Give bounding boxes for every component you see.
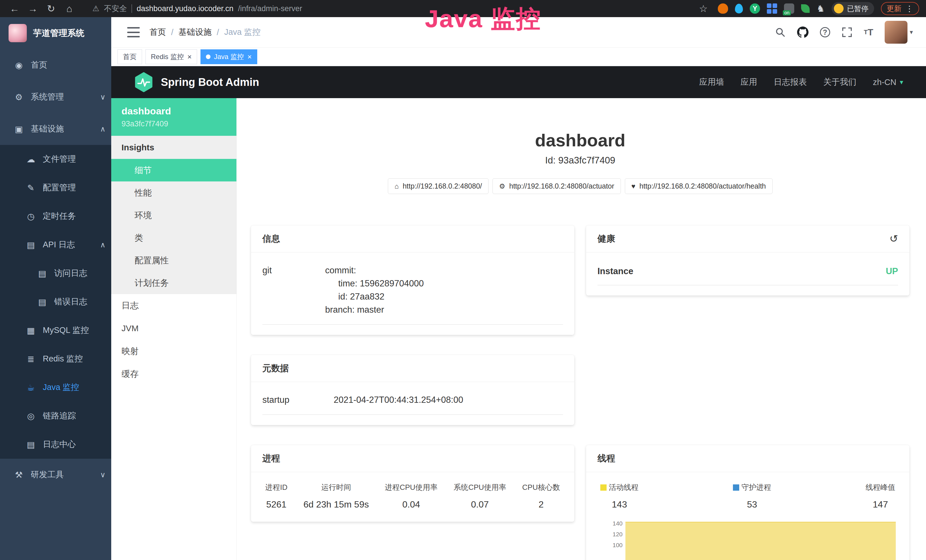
- sidebar-item-system-mgmt[interactable]: ⚙ 系统管理 ∨: [0, 81, 111, 113]
- tag-redis-monitor[interactable]: Redis 监控 ×: [145, 49, 197, 64]
- actuator-url-link[interactable]: ⚙ http://192.168.0.2:48080/actuator: [493, 178, 621, 194]
- sidebar-item-log-center[interactable]: ▤ 日志中心: [0, 430, 111, 459]
- legend-peak-threads: 线程峰值 147: [865, 483, 895, 510]
- extension-icon-4[interactable]: [767, 3, 777, 14]
- sba-item-metrics[interactable]: 性能: [111, 182, 236, 204]
- profile-avatar: [834, 4, 844, 14]
- user-avatar[interactable]: [885, 21, 908, 44]
- extension-icon-3[interactable]: Y: [750, 3, 760, 14]
- sba-item-environment[interactable]: 环境: [111, 204, 236, 227]
- sidebar-item-infrastructure[interactable]: ▣ 基础设施 ∧: [0, 113, 111, 145]
- legend-live-threads: 活动线程 143: [600, 483, 639, 510]
- metric-system-cpu: 系统CPU使用率 0.07: [454, 483, 506, 510]
- extension-icon-6[interactable]: [801, 4, 809, 13]
- sba-item-logs[interactable]: 日志: [111, 294, 236, 317]
- sidebar-item-java-monitor[interactable]: ☕ Java 监控: [0, 373, 111, 402]
- close-icon[interactable]: ×: [248, 53, 252, 61]
- info-value: commit: time: 1596289704000 id: 27aa832 …: [325, 264, 424, 316]
- health-card: 健康 ↺ Instance UP: [586, 226, 909, 295]
- app-sidebar: 芋道管理系统 ◉ 首页 ⚙ 系统管理 ∨ ▣ 基础设施 ∧ ☁ 文件管理 ✎ 配…: [0, 17, 111, 560]
- sba-brand[interactable]: Spring Boot Admin: [133, 72, 259, 92]
- breadcrumb-item-home[interactable]: 首页: [150, 27, 166, 38]
- timer-icon: ◷: [24, 211, 37, 221]
- address-bar[interactable]: ⚠ 不安全 dashboard.yudao.iocoder.cn/infra/a…: [87, 2, 307, 15]
- sba-nav-wallboard[interactable]: 应用墙: [699, 76, 724, 88]
- process-metrics: 进程ID 5261 运行时间 6d 23h 15m 59s 进程CPU使用率 0…: [262, 476, 563, 512]
- sidebar-item-label: 日志中心: [43, 439, 76, 450]
- sba-item-jvm[interactable]: JVM: [111, 317, 236, 340]
- sidebar-item-config-mgmt[interactable]: ✎ 配置管理: [0, 173, 111, 202]
- browser-menu-icon[interactable]: ⋮: [905, 4, 914, 14]
- sidebar-item-tracing[interactable]: ◎ 链路追踪: [0, 402, 111, 430]
- tags-view-bar: 首页 Redis 监控 × Java 监控 ×: [111, 48, 926, 66]
- github-icon[interactable]: [797, 27, 808, 38]
- sba-item-config-props[interactable]: 配置属性: [111, 249, 236, 272]
- breadcrumb-item-infrastructure[interactable]: 基础设施: [179, 27, 212, 38]
- info-card-body: git commit: time: 1596289704000 id: 27aa…: [251, 253, 574, 335]
- sba-nav-applications[interactable]: 应用: [741, 76, 757, 88]
- back-icon[interactable]: ←: [7, 0, 22, 17]
- extension-icon-7[interactable]: ♞: [817, 3, 825, 14]
- daemon-threads-swatch: [733, 484, 739, 491]
- git-id-line: id: 27aa832: [325, 290, 424, 303]
- tag-home[interactable]: 首页: [118, 49, 142, 64]
- instance-header[interactable]: dashboard 93a3fc7f7409: [111, 98, 236, 136]
- sidebar-item-label: Java 监控: [43, 382, 79, 393]
- app-topbar: 首页 / 基础设施 / Java 监控 ? TT ▾: [111, 17, 926, 48]
- locale-label: zh-CN: [873, 77, 896, 87]
- sba-item-scheduled-tasks[interactable]: 计划任务: [111, 272, 236, 294]
- health-url-link[interactable]: ♥ http://192.168.0.2:48080/actuator/heal…: [625, 178, 773, 194]
- extension-icon-1[interactable]: [718, 3, 728, 14]
- sba-item-mappings[interactable]: 映射: [111, 340, 236, 363]
- sidebar-item-scheduled-jobs[interactable]: ◷ 定时任务: [0, 202, 111, 230]
- sidebar-item-error-logs[interactable]: ▤ 错误日志: [0, 288, 111, 316]
- extension-icon-2[interactable]: [735, 4, 743, 14]
- forward-icon[interactable]: →: [25, 0, 41, 17]
- breadcrumb-separator: /: [171, 28, 173, 37]
- instance-links: ⌂ http://192.168.0.2:48080/ ⚙ http://192…: [251, 178, 909, 194]
- app-logo: 芋道管理系统: [0, 17, 111, 49]
- main-area: 首页 / 基础设施 / Java 监控 ? TT ▾: [111, 17, 926, 560]
- live-threads-area: [625, 522, 896, 560]
- sidebar-item-api-logs[interactable]: ▤ API 日志 ∧: [0, 230, 111, 259]
- help-icon[interactable]: ?: [820, 27, 830, 37]
- fullscreen-icon[interactable]: [841, 27, 852, 38]
- history-icon[interactable]: ↺: [890, 233, 898, 245]
- bookmark-star-icon[interactable]: ☆: [696, 0, 711, 17]
- sidebar-item-file-mgmt[interactable]: ☁ 文件管理: [0, 145, 111, 173]
- font-size-icon[interactable]: TT: [864, 27, 873, 38]
- extension-on-badge: on: [783, 10, 791, 15]
- sba-item-details[interactable]: 细节: [111, 159, 236, 182]
- service-url: http://192.168.0.2:48080/: [403, 182, 482, 190]
- tag-java-monitor[interactable]: Java 监控 ×: [200, 49, 257, 64]
- sidebar-item-access-logs[interactable]: ▤ 访问日志: [0, 259, 111, 288]
- y-tick: 120: [605, 531, 623, 538]
- trace-icon: ◎: [24, 411, 37, 421]
- locale-selector[interactable]: zh-CN ▾: [873, 77, 903, 87]
- sba-nav-journal[interactable]: 日志报表: [774, 76, 807, 88]
- browser-home-icon[interactable]: ⌂: [62, 0, 77, 17]
- page-title: dashboard: [251, 130, 909, 150]
- card-title: 健康: [598, 233, 615, 245]
- sidebar-item-home[interactable]: ◉ 首页: [0, 49, 111, 81]
- profile-chip[interactable]: 已暂停: [832, 2, 874, 15]
- git-branch-line: branch: master: [325, 303, 424, 316]
- hamburger-icon[interactable]: [127, 27, 140, 37]
- sba-nav-about[interactable]: 关于我们: [823, 76, 856, 88]
- sidebar-item-dev-tools[interactable]: ⚒ 研发工具 ∨: [0, 459, 111, 491]
- sidebar-item-mysql-monitor[interactable]: ▦ MySQL 监控: [0, 316, 111, 345]
- sidebar-item-redis-monitor[interactable]: ≣ Redis 监控: [0, 345, 111, 373]
- metadata-key: startup: [262, 394, 334, 407]
- user-menu[interactable]: ▾: [885, 21, 913, 44]
- log-center-icon: ▤: [24, 440, 37, 450]
- sba-item-classes[interactable]: 类: [111, 227, 236, 249]
- sba-item-caches[interactable]: 缓存: [111, 363, 236, 385]
- close-icon[interactable]: ×: [188, 53, 192, 61]
- search-icon[interactable]: [775, 27, 786, 38]
- update-button[interactable]: 更新 ⋮: [881, 2, 919, 15]
- gear-icon: ⚙: [12, 92, 25, 102]
- doc-icon: ▤: [36, 268, 48, 278]
- reload-icon[interactable]: ↻: [43, 0, 59, 17]
- extension-icon-5[interactable]: on: [784, 3, 794, 14]
- service-url-link[interactable]: ⌂ http://192.168.0.2:48080/: [388, 178, 489, 194]
